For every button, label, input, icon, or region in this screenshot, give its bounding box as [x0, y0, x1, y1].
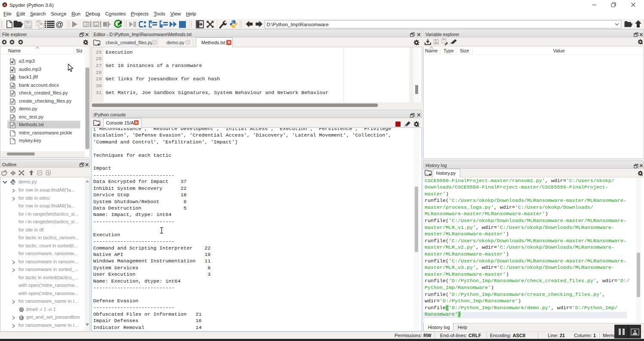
svg-text:f: f: [20, 316, 21, 320]
svg-text:W: W: [11, 84, 15, 88]
